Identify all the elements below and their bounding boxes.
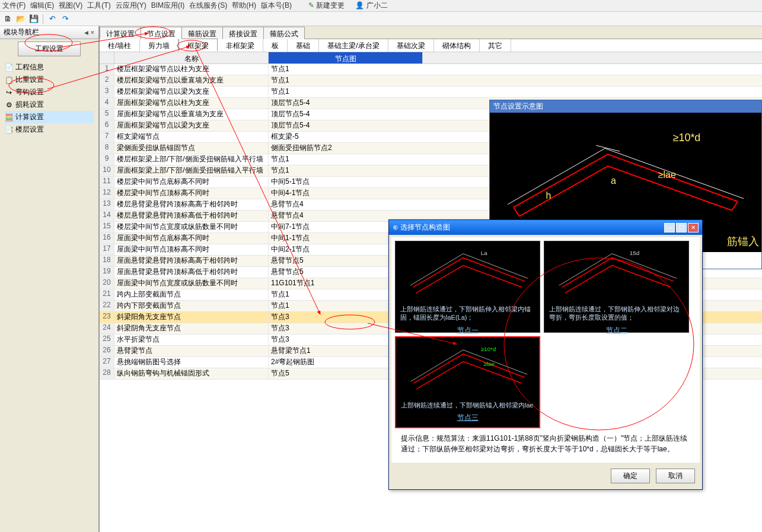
open-icon[interactable]: 📂: [15, 14, 26, 24]
row-index: 7: [100, 132, 114, 142]
row-node: 框支梁-5: [269, 132, 423, 142]
tab-箍筋设置[interactable]: 箍筋设置: [181, 27, 223, 39]
new-icon[interactable]: 🗎: [2, 14, 13, 24]
row-index: 17: [100, 244, 114, 255]
option-link[interactable]: 节点一: [396, 324, 540, 337]
row-index: 14: [100, 211, 114, 221]
subtab-基础主梁/承台梁[interactable]: 基础主梁/承台梁: [319, 39, 388, 52]
menu-edit[interactable]: 编辑(E): [30, 1, 54, 11]
new-change-label[interactable]: ✎ 新建变更: [308, 1, 345, 11]
table-row[interactable]: 3楼层框架梁端节点以梁为支座节点1: [100, 87, 762, 98]
menu-view[interactable]: 视图(V): [59, 1, 82, 11]
cancel-button[interactable]: 取消: [656, 469, 695, 483]
dialog-titlebar[interactable]: ⊕ 选择节点构造图 — ☐ ✕: [389, 220, 702, 235]
nav-item-2[interactable]: ↪弯钩设置: [5, 86, 94, 98]
maximize-icon[interactable]: ☐: [676, 223, 687, 232]
menu-file[interactable]: 文件(F): [2, 1, 25, 11]
node-option-2[interactable]: 15d上部钢筋连续通过，下部钢筋伸入相邻梁对边弯折，弯折长度取设置的值；节点二: [544, 241, 689, 333]
undo-icon[interactable]: ↶: [47, 14, 58, 24]
menu-help[interactable]: 帮助(H): [232, 1, 256, 11]
subtab-板[interactable]: 板: [263, 39, 288, 52]
nav-item-label: 楼层设置: [15, 125, 44, 135]
row-index: 21: [100, 289, 114, 300]
tab-箍筋公式[interactable]: 箍筋公式: [263, 27, 305, 39]
node-option-3[interactable]: ≥10*d≥lae上部钢筋连续通过，下部钢筋锚入相邻梁内lae节点三: [395, 336, 540, 428]
subtab-框架梁[interactable]: 框架梁: [178, 39, 218, 51]
lower-tabs: 柱/墙柱剪力墙框架梁非框架梁板基础基础主梁/承台梁基础次梁砌体结构其它: [100, 39, 762, 52]
subtab-基础次梁[interactable]: 基础次梁: [388, 39, 434, 52]
subtab-非框架梁[interactable]: 非框架梁: [218, 39, 263, 52]
col-node[interactable]: 节点图: [269, 52, 423, 63]
table-row[interactable]: 2楼层框架梁端节点以垂直墙为支座节点1: [100, 75, 762, 87]
nav-item-1[interactable]: 📋比重设置: [5, 74, 94, 86]
row-name: 斜梁阳角无支座节点: [114, 312, 269, 323]
table-row[interactable]: 1楼层框架梁端节点以柱为支座节点1: [100, 64, 762, 75]
row-index: 25: [100, 335, 114, 345]
option-link[interactable]: 节点三: [396, 412, 539, 424]
row-index: 5: [100, 109, 114, 120]
project-settings-button[interactable]: 工程设置: [18, 42, 81, 56]
minimize-icon[interactable]: —: [664, 223, 675, 232]
menu-version[interactable]: 版本号(B): [261, 1, 292, 11]
subtab-柱/墙柱[interactable]: 柱/墙柱: [100, 39, 140, 52]
close-icon[interactable]: ✕: [688, 223, 699, 232]
row-node: 节点1: [269, 154, 423, 165]
row-name: 楼层框架梁上部/下部/侧面受扭钢筋锚入平行墙: [114, 154, 269, 165]
user-label[interactable]: 👤 广小二: [355, 1, 387, 11]
nav-item-0[interactable]: 📄工程信息: [5, 61, 94, 74]
redo-icon[interactable]: ↷: [60, 14, 71, 24]
row-index: 6: [100, 120, 114, 131]
row-index: 15: [100, 222, 114, 232]
nav-item-icon: ↪: [5, 88, 13, 97]
row-name: 斜梁阴角无支座节点: [114, 323, 269, 334]
row-node: 节点1: [269, 165, 423, 176]
subtab-砌体结构[interactable]: 砌体结构: [434, 39, 480, 52]
col-name[interactable]: 名称: [114, 52, 269, 63]
nav-item-icon: 📑: [5, 126, 13, 134]
menu-bim[interactable]: BIM应用(I): [151, 1, 185, 11]
nav-item-4[interactable]: 🧮计算设置: [5, 111, 94, 123]
row-name: 屋面悬臂梁悬臂跨顶标高高于相邻跨时: [114, 256, 269, 266]
nav-item-3[interactable]: ⚙损耗设置: [5, 98, 94, 111]
row-name: 悬臂梁节点: [114, 346, 269, 356]
node-option-1[interactable]: La上部钢筋连续通过，下部钢筋伸入相邻梁内锚固，锚固长度为laE(La)；节点一: [395, 241, 540, 333]
node-dialog: ⊕ 选择节点构造图 — ☐ ✕ La上部钢筋连续通过，下部钢筋伸入相邻梁内锚固，…: [388, 219, 703, 490]
svg-text:La: La: [481, 250, 488, 256]
subtab-基础[interactable]: 基础: [288, 39, 319, 52]
row-index: 22: [100, 301, 114, 311]
row-node: 顶层节点5-4: [269, 109, 423, 120]
menu-tool[interactable]: 工具(T): [87, 1, 110, 11]
row-name: 悬挑端钢筋图号选择: [114, 357, 269, 368]
subtab-剪力墙[interactable]: 剪力墙: [140, 39, 178, 52]
option-link[interactable]: 节点二: [544, 324, 688, 337]
nav-item-label: 损耗设置: [15, 100, 44, 110]
nav-item-5[interactable]: 📑楼层设置: [5, 123, 94, 136]
tab-节点设置[interactable]: 节点设置: [141, 27, 182, 39]
diagram-title: 节点设置示意图: [490, 100, 761, 113]
row-name: 楼层梁中间节点宽度或纵筋数量不同时: [114, 222, 269, 232]
tab-计算设置[interactable]: 计算设置: [100, 27, 141, 39]
row-name: 楼层框架梁端节点以垂直墙为支座: [114, 75, 269, 86]
option-desc: 上部钢筋连续通过，下部钢筋伸入相邻梁内锚固，锚固长度为laE(La)；: [396, 302, 540, 324]
row-index: 9: [100, 154, 114, 165]
row-index: 2: [100, 75, 114, 86]
svg-text:≥lae: ≥lae: [484, 361, 495, 367]
toolbar: 🗎 📂 💾 ↶ ↷: [0, 12, 762, 26]
row-index: 3: [100, 87, 114, 97]
ok-button[interactable]: 确定: [611, 469, 650, 483]
row-name: 屋面梁中间节点底标高不同时: [114, 233, 269, 244]
menu-cloud[interactable]: 云应用(Y): [116, 1, 146, 11]
svg-line-0: [596, 145, 620, 151]
subtab-其它[interactable]: 其它: [480, 39, 511, 52]
menu-online[interactable]: 在线服务(S): [189, 1, 227, 11]
svg-text:15d: 15d: [630, 250, 640, 256]
tab-搭接设置[interactable]: 搭接设置: [222, 27, 264, 39]
row-node: 节点1: [269, 64, 423, 75]
save-icon[interactable]: 💾: [28, 14, 39, 24]
row-node: 中间4-1节点: [269, 188, 423, 199]
label-lae: ≥lae: [658, 170, 676, 180]
row-name: 梁侧面受扭纵筋锚固节点: [114, 143, 269, 154]
row-index: 26: [100, 346, 114, 356]
label-10d: ≥10*d: [673, 132, 701, 144]
nav-collapse-icon[interactable]: ◀ ✕: [84, 30, 95, 36]
